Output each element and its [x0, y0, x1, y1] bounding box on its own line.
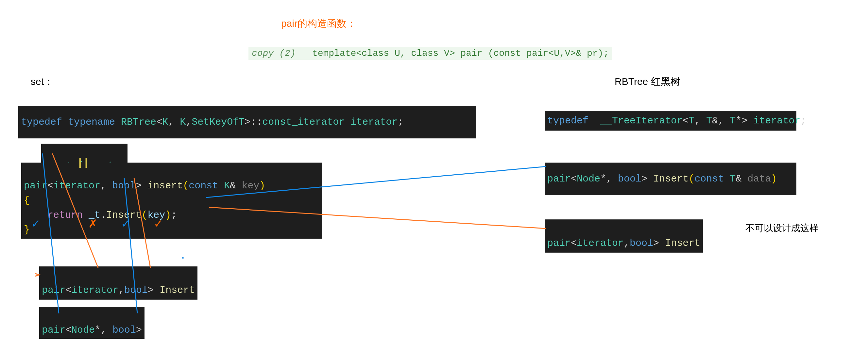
code-text: pair<iterator,bool> Insert: [547, 238, 700, 249]
orange-x-annot: ✗: [88, 217, 97, 230]
docbox-pair-copy: copy (2) template<class U, class V> pair…: [248, 47, 612, 60]
set-label: set：: [31, 75, 54, 89]
right-insert-fn-block: pair<Node*, bool> Insert(const T& data): [545, 163, 797, 195]
code-text: pair<iterator,bool> Insert: [42, 285, 195, 296]
pair-constructor-title: pair的构造函数：: [281, 17, 356, 30]
left-typedef-block: typedef typename RBTree<K, K,SetKeyOfT>:…: [18, 106, 476, 138]
code-text: typedef typename RBTree<K, K,SetKeyOfT>:…: [21, 115, 403, 130]
code-text: typedef __TreeIterator<T, T&, T*> iterat…: [547, 114, 806, 128]
right-pair-iter-insert-block: pair<iterator,bool> Insert: [545, 219, 703, 253]
yellow-bars-annot: | |: [79, 155, 88, 168]
left-pair-node-bool-block: pair<Node*, bool>: [39, 307, 145, 339]
blue-check-1-annot: ✓: [31, 217, 40, 230]
left-pair-iter-insert-block: pair<iterator,bool> Insert: [39, 267, 197, 300]
cannot-design-label: 不可以设计成这样: [745, 222, 818, 234]
right-typedef-block: typedef __TreeIterator<T, T&, T*> iterat…: [545, 111, 797, 131]
orange-check-annot: ✓: [154, 217, 163, 230]
blue-dot-annot: .: [181, 247, 185, 262]
docbox-template-text: template<class U, class V> pair (const p…: [312, 48, 609, 59]
code-text: pair<Node*, bool>: [42, 324, 142, 336]
blue-check-2-annot: ✓: [121, 217, 130, 230]
code-text: pair<Node*, bool> Insert(const T& data): [547, 172, 777, 186]
docbox-copy-label: copy (2): [252, 48, 296, 59]
left-insert-fn-block: pair<iterator, bool> insert(const K& key…: [21, 163, 322, 239]
rbtree-label: RBTree 红黑树: [615, 75, 680, 89]
code-text: pair<iterator, bool> insert(const K& key…: [24, 180, 265, 235]
